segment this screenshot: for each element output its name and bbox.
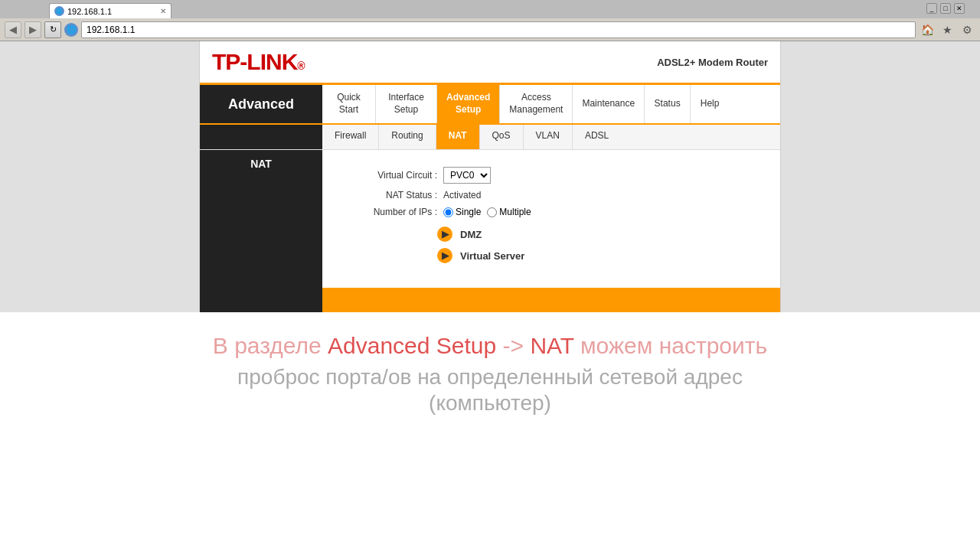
nav-item-advanced-setup[interactable]: AdvancedSetup <box>437 85 500 123</box>
nav-sidebar-label: Advanced <box>200 85 322 123</box>
nav-item-help[interactable]: Help <box>691 85 729 123</box>
subnav-item-routing[interactable]: Routing <box>379 125 436 149</box>
sub-nav: Firewall Routing NAT QoS VLAN ADSL <box>200 125 780 149</box>
virtual-server-link[interactable]: ▶ Virtual Server <box>437 248 765 263</box>
multiple-radio-label[interactable]: Multiple <box>487 207 531 217</box>
num-ips-label: Number of IPs : <box>338 207 437 217</box>
forward-button[interactable]: ▶ <box>24 21 41 38</box>
subnav-sidebar <box>200 125 322 149</box>
router-header: TP-LINK® ADSL2+ Modem Router <box>200 41 780 85</box>
virtual-circuit-label: Virtual Circuit : <box>338 170 437 181</box>
settings-icon[interactable]: ⚙ <box>959 21 975 38</box>
subnav-item-qos[interactable]: QoS <box>480 125 524 149</box>
nat-status-value: Activated <box>443 190 481 201</box>
close-button[interactable]: ✕ <box>954 3 965 14</box>
annotation-line1: В разделе Advanced Setup -> NAT можем на… <box>31 331 949 360</box>
site-icon: 🌐 <box>64 23 78 37</box>
subnav-item-adsl[interactable]: ADSL <box>573 125 621 149</box>
main-nav: Advanced QuickStart InterfaceSetup Advan… <box>200 85 780 125</box>
multiple-radio[interactable] <box>487 207 497 217</box>
dmz-link-text: DMZ <box>460 229 482 240</box>
nav-item-access-management[interactable]: AccessManagement <box>500 85 573 123</box>
num-ips-row: Number of IPs : Single Multiple <box>338 207 765 217</box>
single-radio[interactable] <box>443 207 453 217</box>
address-bar[interactable]: 192.168.1.1 <box>81 21 916 38</box>
footer-content <box>322 288 780 312</box>
single-radio-label[interactable]: Single <box>443 207 481 217</box>
nat-content: Virtual Circuit : PVC0 NAT Status : Acti… <box>322 150 780 288</box>
content-area: NAT Virtual Circuit : PVC0 NAT Status : … <box>200 149 780 288</box>
nat-status-label: NAT Status : <box>338 190 437 201</box>
browser-window: _ □ ✕ 🌐 192.168.1.1 ✕ ◀ ▶ ↻ 🌐 192.168.1.… <box>0 0 980 434</box>
nat-status-row: NAT Status : Activated <box>338 190 765 201</box>
nav-item-quick-start[interactable]: QuickStart <box>322 85 376 123</box>
nav-item-maintenance[interactable]: Maintenance <box>573 85 645 123</box>
back-button[interactable]: ◀ <box>5 21 21 38</box>
tab-close-button[interactable]: ✕ <box>160 7 166 15</box>
virtual-circuit-select[interactable]: PVC0 <box>443 167 491 184</box>
nav-item-interface-setup[interactable]: InterfaceSetup <box>376 85 437 123</box>
annotation-line2: проброс порта/ов на определенный сетевой… <box>31 365 949 390</box>
tp-link-logo: TP-LINK® <box>212 49 305 75</box>
dmz-link[interactable]: ▶ DMZ <box>437 227 765 242</box>
subnav-item-vlan[interactable]: VLAN <box>524 125 573 149</box>
nav-item-status[interactable]: Status <box>645 85 691 123</box>
subnav-items: Firewall Routing NAT QoS VLAN ADSL <box>322 125 780 149</box>
virtual-server-link-text: Virtual Server <box>460 250 524 262</box>
maximize-button[interactable]: □ <box>940 3 951 14</box>
nav-items-container: QuickStart InterfaceSetup AdvancedSetup … <box>322 85 780 123</box>
virtual-circuit-row: Virtual Circuit : PVC0 <box>338 167 765 184</box>
refresh-button[interactable]: ↻ <box>44 21 61 38</box>
star-button[interactable]: ★ <box>939 21 956 38</box>
annotation-line3: (компьютер) <box>31 391 949 416</box>
num-ips-radio-group: Single Multiple <box>443 207 531 217</box>
page-content: TP-LINK® ADSL2+ Modem Router Advanced Qu… <box>199 41 781 312</box>
browser-tab[interactable]: 🌐 192.168.1.1 ✕ <box>49 3 172 18</box>
footer-bar <box>200 288 780 312</box>
home-button[interactable]: 🏠 <box>919 21 936 38</box>
tab-favicon: 🌐 <box>54 6 64 16</box>
subnav-item-nat[interactable]: NAT <box>436 125 480 149</box>
subnav-item-firewall[interactable]: Firewall <box>322 125 379 149</box>
dmz-arrow-icon: ▶ <box>437 227 452 242</box>
virtual-server-arrow-icon: ▶ <box>437 248 452 263</box>
router-model: ADSL2+ Modem Router <box>657 57 768 68</box>
annotation-section: В разделе Advanced Setup -> NAT можем на… <box>0 312 980 434</box>
tab-title: 192.168.1.1 <box>67 7 112 16</box>
content-section-sidebar: NAT <box>200 150 322 288</box>
footer-sidebar <box>200 288 322 312</box>
minimize-button[interactable]: _ <box>926 3 937 14</box>
